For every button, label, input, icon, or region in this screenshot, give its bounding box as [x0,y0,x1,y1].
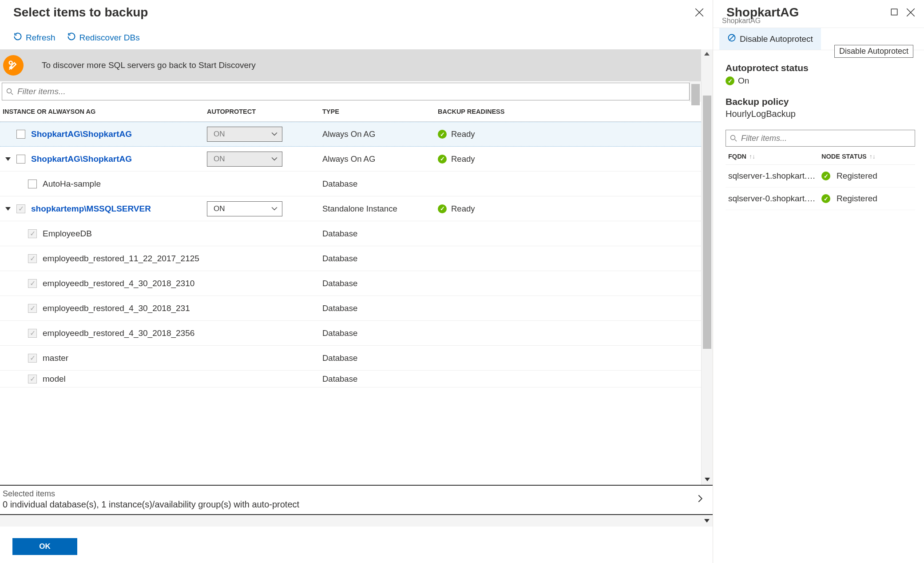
instance-link[interactable]: ShopkartAG\ShopkartAG [31,129,132,139]
scroll-down-icon[interactable] [702,474,713,485]
col-autoprotect[interactable]: AUTOPROTECT [207,108,322,115]
check-icon: ✓ [438,155,447,164]
filter-scrollbar[interactable] [690,81,701,102]
chevron-down-icon [271,155,278,163]
autoprotect-value: ON [214,155,225,164]
table-row[interactable]: employeedb_restored_11_22_2017_2125Datab… [0,246,701,271]
banner-text: To discover more SQL servers go back to … [42,60,256,70]
col-node-status[interactable]: NODE STATUS [821,153,867,160]
table-row[interactable]: shopkartemp\MSSQLSERVERONStandalone Inst… [0,196,701,221]
type-cell: Database [322,254,438,264]
checkbox[interactable] [25,329,40,338]
disable-autoprotect-label: Disable Autoprotect [740,34,813,44]
info-banner: To discover more SQL servers go back to … [0,49,701,81]
node-status: Registered [837,171,877,181]
table-row[interactable]: AutoHa-sampleDatabase [0,172,701,196]
autoprotect-status-label: Autoprotect status [726,63,915,73]
selected-items-label: Selected items [3,489,299,499]
node-row[interactable]: sqlserver-0.shopkart.…✓Registered [726,188,915,210]
disable-autoprotect-button[interactable]: Disable Autoprotect [719,28,821,50]
database-name: model [43,374,66,384]
selected-items-bar[interactable]: Selected items 0 individual database(s),… [0,485,713,515]
checkbox[interactable] [25,354,40,363]
node-filter-input[interactable] [726,130,915,147]
instance-link[interactable]: shopkartemp\MSSQLSERVER [31,204,151,214]
checkbox[interactable] [25,304,40,313]
backup-policy-value: HourlyLogBackup [726,109,915,119]
table-row[interactable]: modelDatabase [0,371,701,387]
filter-input-field[interactable] [17,87,689,96]
tooltip: Disable Autoprotect [834,45,913,58]
refresh-icon [67,32,76,43]
checkbox[interactable] [13,155,28,164]
node-status: Registered [837,194,877,204]
checkbox[interactable] [25,180,40,188]
checkbox[interactable] [13,130,28,139]
autoprotect-value: ON [214,130,225,139]
autoprotect-dropdown: ON [207,127,282,142]
select-items-panel: Select items to backup Refresh Rediscove… [0,0,713,563]
node-row[interactable]: sqlserver-1.shopkart.…✓Registered [726,165,915,188]
instance-link[interactable]: ShopkartAG\ShopkartAG [31,154,132,164]
table-row[interactable]: employeedb_restored_4_30_2018_2356Databa… [0,321,701,346]
node-fqdn: sqlserver-0.shopkart.… [728,194,821,204]
restore-icon[interactable] [890,8,898,17]
table-row[interactable]: masterDatabase [0,346,701,371]
table-row[interactable]: EmployeeDBDatabase [0,221,701,246]
chevron-right-icon [696,493,705,506]
ok-button[interactable]: OK [12,538,77,555]
expand-icon[interactable] [3,157,13,161]
type-cell: Database [322,303,438,313]
refresh-label: Refresh [26,33,56,43]
search-icon [726,135,741,142]
checkbox[interactable] [25,279,40,288]
grid-header: INSTANCE OR ALWAYSON AG AUTOPROTECT TYPE… [0,102,701,122]
checkbox[interactable] [25,254,40,263]
col-instance[interactable]: INSTANCE OR ALWAYSON AG [3,108,207,115]
database-name: employeedb_restored_11_22_2017_2125 [43,254,199,264]
table-row[interactable]: ShopkartAG\ShopkartAGONAlways On AG✓Read… [0,122,701,147]
svg-line-11 [735,140,737,141]
panel-header: Select items to backup [0,0,713,28]
type-cell: Database [322,279,438,288]
check-icon: ✓ [821,194,830,203]
checkbox[interactable] [25,375,40,383]
col-fqdn[interactable]: FQDN [728,153,746,160]
panel-title: Select items to backup [13,5,148,20]
svg-point-10 [731,136,735,140]
type-cell: Always On AG [322,154,438,164]
scrollbar-thumb[interactable] [703,96,711,349]
sort-icon[interactable]: ↑↓ [869,153,876,160]
expand-icon[interactable] [3,207,13,211]
refresh-button[interactable]: Refresh [13,32,56,43]
col-readiness[interactable]: BACKUP READINESS [438,108,701,115]
scroll-down-icon[interactable] [701,519,713,523]
close-icon[interactable] [695,8,704,17]
checkbox[interactable] [25,229,40,238]
check-icon: ✓ [726,76,734,85]
table-row[interactable]: employeedb_restored_4_30_2018_2310Databa… [0,271,701,296]
sort-icon[interactable]: ↑↓ [749,153,755,160]
scroll-up-icon[interactable] [701,49,713,81]
database-name: EmployeeDB [43,229,92,239]
chevron-down-icon [271,205,278,213]
col-type[interactable]: TYPE [322,108,438,115]
close-icon[interactable] [906,8,915,17]
vertical-scrollbar[interactable] [701,81,713,485]
rediscover-button[interactable]: Rediscover DBs [67,32,140,43]
check-icon: ✓ [438,130,447,139]
table-row[interactable]: employeedb_restored_4_30_2018_231Databas… [0,296,701,321]
table-row[interactable]: ShopkartAG\ShopkartAGONAlways On AG✓Read… [0,147,701,172]
node-fqdn: sqlserver-1.shopkart.… [728,171,821,181]
checkbox[interactable] [13,204,28,213]
database-name: employeedb_restored_4_30_2018_231 [43,303,190,313]
node-filter-field[interactable] [741,134,915,143]
svg-rect-5 [891,9,897,15]
autoprotect-dropdown[interactable]: ON [207,201,282,216]
node-grid-header: FQDN↑↓ NODE STATUS↑↓ [726,147,915,165]
refresh-icon [13,32,22,43]
filter-items-input[interactable] [2,83,690,100]
prohibit-icon [727,33,736,44]
wrench-icon [3,55,24,76]
readiness-value: Ready [451,204,475,214]
